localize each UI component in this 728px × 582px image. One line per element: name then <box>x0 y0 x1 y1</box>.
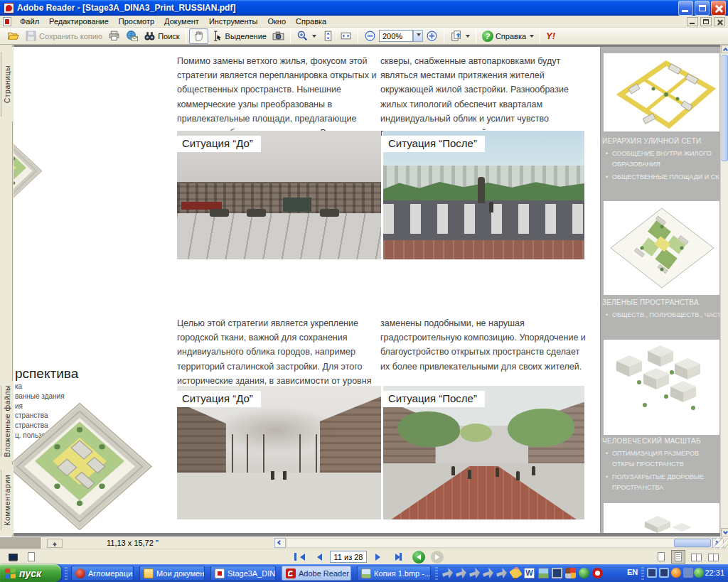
minimize-button[interactable] <box>678 1 693 16</box>
task-my-documents[interactable]: Мои документы <box>139 566 205 581</box>
photo-child-shape <box>489 202 493 212</box>
continuous-layout-button[interactable] <box>671 550 685 564</box>
hand-tool-button[interactable] <box>189 28 208 44</box>
palette-icon[interactable] <box>565 568 576 578</box>
app-tray-icon[interactable] <box>469 568 480 578</box>
menu-help[interactable]: Справка <box>291 16 331 26</box>
app-tray-icon[interactable] <box>456 568 466 578</box>
page-number-input[interactable] <box>330 551 367 563</box>
task-aglomeraciya[interactable]: Агломерация -... <box>71 566 134 581</box>
hand-icon <box>193 30 205 42</box>
zoom-level-input[interactable] <box>379 30 413 42</box>
splitter-handle[interactable] <box>47 539 63 548</box>
single-page-layout-button[interactable] <box>654 550 668 564</box>
previous-page-icon <box>317 554 322 561</box>
app-tray-icon[interactable] <box>483 568 493 578</box>
text-select-icon <box>211 30 223 42</box>
resize-grip[interactable] <box>714 537 728 549</box>
menu-tools[interactable]: Инструменты <box>204 16 263 26</box>
continuous-facing-layout-button[interactable] <box>688 550 702 564</box>
open-button[interactable] <box>4 28 22 44</box>
globe-icon[interactable] <box>579 568 589 578</box>
horizontal-scrollbar[interactable] <box>287 538 712 548</box>
document-view[interactable]: рспектива ка ванные здания ия странства … <box>14 45 720 537</box>
thumbnail-green-spaces <box>604 201 719 295</box>
last-page-button[interactable] <box>388 550 407 564</box>
menu-view[interactable]: Просмотр <box>114 16 159 26</box>
app-tray-icon[interactable] <box>496 568 507 578</box>
zoom-level-dropdown[interactable] <box>413 30 423 42</box>
zoom-in-button[interactable] <box>423 28 441 44</box>
windows-flag-icon <box>5 568 16 578</box>
fit-width-button[interactable] <box>337 28 355 44</box>
menu-document[interactable]: Документ <box>159 16 204 26</box>
next-view-button[interactable] <box>429 550 445 564</box>
search-button[interactable]: Поиск <box>141 28 182 44</box>
navigation-tabstrip: Страницы Вложенные файлы Комментарии <box>0 45 13 537</box>
tray-app-icon[interactable] <box>683 568 693 578</box>
doc-minimize-button[interactable] <box>687 17 698 26</box>
word-icon[interactable]: W <box>524 568 535 578</box>
download-manager-icon[interactable] <box>671 568 681 578</box>
paragraph-1-right: скверы, снабженные автопарковками будут … <box>380 54 587 140</box>
select-tool-button[interactable]: Выделение <box>208 28 269 44</box>
next-page-button[interactable] <box>368 550 387 564</box>
doc-close-button[interactable] <box>714 17 725 26</box>
adobe-reader-icon <box>4 3 14 14</box>
opera-icon[interactable] <box>592 568 603 578</box>
scroll-up-button[interactable] <box>721 45 728 53</box>
vertical-scrollbar[interactable] <box>720 45 728 537</box>
pdf-document-icon[interactable] <box>3 17 11 26</box>
thumbnail-street-hierarchy <box>604 53 719 131</box>
picture-icon[interactable] <box>538 568 549 578</box>
print-button[interactable] <box>105 28 123 44</box>
vertical-scroll-thumb[interactable] <box>722 55 728 161</box>
task-stage3a-pdf[interactable]: Stage3A_DINA... <box>210 566 276 581</box>
help-button[interactable]: ? Справка <box>479 28 537 44</box>
zoom-out-button[interactable] <box>361 28 379 44</box>
photo-car-shape <box>247 209 266 217</box>
doc-restore-button[interactable] <box>700 17 712 26</box>
photo-pedestrian-shape <box>516 471 520 480</box>
menu-window[interactable]: Окно <box>262 16 291 26</box>
page-display-button[interactable] <box>447 28 473 44</box>
task-adobe-reader[interactable]: Adobe Reader ... <box>282 566 351 581</box>
zoom-tool-button[interactable] <box>294 28 319 44</box>
previous-page-button[interactable] <box>310 550 328 564</box>
menu-file[interactable]: Файл <box>15 16 44 26</box>
app-tray-icon[interactable] <box>442 568 453 578</box>
fullscreen-button[interactable] <box>4 550 21 564</box>
task-kopiya-bmp[interactable]: Копия 1.bmp -... <box>357 566 431 581</box>
photo-pedestrian-shape <box>532 466 535 475</box>
horizontal-scroll-thumb[interactable] <box>674 539 711 547</box>
tab-comments[interactable]: Комментарии <box>1 464 13 536</box>
photo-pedestrian-shape <box>451 466 455 475</box>
tab-attachments[interactable]: Вложенные файлы <box>1 380 13 462</box>
close-button[interactable] <box>711 1 726 16</box>
pencil-icon[interactable] <box>509 566 523 580</box>
yahoo-button[interactable]: Y! <box>543 28 558 44</box>
network-icon[interactable] <box>647 568 657 578</box>
first-page-button[interactable] <box>290 550 309 564</box>
tab-pages[interactable]: Страницы <box>1 46 13 122</box>
fragment-heading: рспектива <box>15 366 78 382</box>
page-mode-button[interactable] <box>23 550 40 564</box>
thumbnail-human-scale <box>604 340 719 435</box>
computer-icon[interactable] <box>552 568 562 578</box>
taskbar-clock[interactable]: 22:31 <box>705 568 724 577</box>
previous-view-button[interactable] <box>411 550 427 564</box>
email-button[interactable] <box>123 28 141 44</box>
network-icon[interactable] <box>659 568 669 578</box>
restore-button[interactable] <box>695 1 710 16</box>
snapshot-button[interactable] <box>269 28 287 44</box>
hscroll-left-button[interactable] <box>274 538 286 548</box>
facing-layout-button[interactable] <box>705 550 719 564</box>
fit-page-button[interactable] <box>319 28 337 44</box>
language-indicator[interactable]: EN <box>627 568 638 576</box>
save-copy-button[interactable]: Сохранить копию <box>22 28 105 44</box>
antivirus-icon[interactable] <box>694 568 704 578</box>
siteplan-diagram-bottom-left <box>14 401 154 532</box>
menu-edit[interactable]: Редактирование <box>44 16 114 26</box>
start-button[interactable]: пуск <box>0 564 61 582</box>
scroll-down-button[interactable] <box>721 528 728 537</box>
